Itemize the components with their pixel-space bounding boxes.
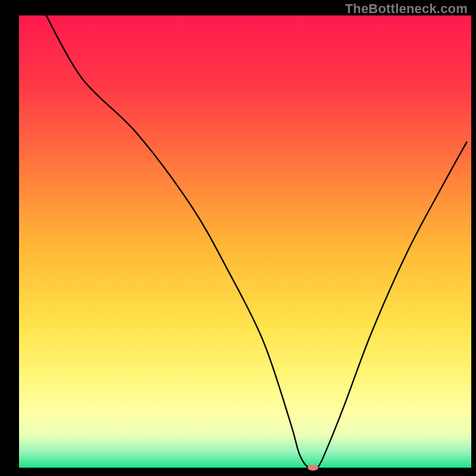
optimal-marker [308,465,318,471]
bottleneck-chart [0,0,476,476]
chart-frame: TheBottleneck.com [0,0,476,476]
watermark-text: TheBottleneck.com [345,1,468,17]
